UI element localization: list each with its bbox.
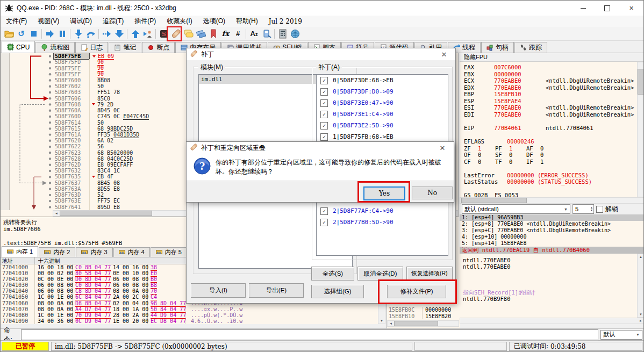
open-file-icon[interactable] [3, 27, 15, 40]
bookmarks-icon[interactable] [207, 27, 219, 40]
hide-fpu-toggle[interactable]: 隐藏FPU [460, 53, 644, 62]
dump-tab[interactable]: 内存 5 [151, 247, 187, 257]
patch-checkbox[interactable]: ✓ [320, 122, 328, 130]
select-all-button[interactable]: 全选(S) [311, 267, 354, 281]
run-icon[interactable] [44, 27, 56, 40]
info-vscrollbar[interactable]: ▲ ▼ [637, 254, 644, 318]
tab-breakpoint[interactable]: 断点 [142, 42, 175, 53]
scrollbar-thumb[interactable] [638, 69, 644, 95]
stack-hscrollbar[interactable]: ◄ [387, 320, 459, 327]
calculator-icon[interactable] [276, 27, 289, 40]
argument-row[interactable]: 3: [esp+C] 770EABE0 <ntdll.DbgUiRemoteBr… [460, 227, 644, 234]
registers-hscrollbar[interactable] [460, 197, 644, 204]
spinner-arrows-icon[interactable]: ▲▼ [590, 206, 593, 212]
dump-tab[interactable]: 内存 3 [76, 247, 112, 257]
no-button[interactable]: No [412, 186, 453, 199]
font-size-icon[interactable]: Az [248, 27, 260, 40]
patch-row[interactable]: ✓0|5D8F73E1:C4->90 [317, 109, 448, 120]
tab-cpu[interactable]: CPU [2, 41, 35, 53]
close-icon[interactable]: ✕ [434, 144, 450, 152]
patch-checkbox[interactable]: ✓ [320, 99, 328, 107]
menu-item-f[interactable]: 文件(F) [1, 16, 32, 27]
hash-icon[interactable]: # [232, 27, 244, 40]
pick-groups-button[interactable]: 选择组(G) [311, 285, 364, 298]
tab-log[interactable]: 日志 [75, 42, 108, 53]
patch-row[interactable]: ✓1|5D8F75FB:68->EB [317, 131, 448, 142]
menu-item-v[interactable]: 视图(V) [32, 16, 65, 27]
tab-handles[interactable]: 句柄 [481, 42, 514, 53]
menu-item-d[interactable]: 调试(D) [65, 16, 97, 27]
patch-row[interactable]: ✓2|5D8F77AF:C4->90 [317, 205, 448, 217]
dump-row[interactable]: 7704109034 00 36 000C D9 04 771E 00 20 0… [1, 318, 378, 324]
argument-row[interactable]: 2: [esp+8] 770EABE0 <ntdll.DbgUiRemoteBr… [460, 221, 644, 227]
deselect-all-button[interactable]: 取消全选(D) [357, 267, 403, 281]
patch-row[interactable]: ✓0|5D8F73DE:68->EB [317, 75, 448, 86]
argument-count-stepper[interactable]: 5 ▲▼ [573, 204, 594, 214]
yes-button[interactable]: Yes [363, 186, 405, 200]
argument-row[interactable]: 1: [esp+4] 96A59BB3 [460, 214, 644, 221]
restore-selection-button[interactable]: 恢复选择项(R) [406, 267, 453, 281]
minimize-button[interactable] [571, 1, 595, 16]
patch-checkbox[interactable]: ✓ [320, 111, 328, 118]
dump-tab[interactable]: 内存 2 [39, 247, 75, 257]
patch-row[interactable]: ✓0|5D8F73E2:5D->90 [317, 120, 448, 131]
trace-into-icon[interactable] [101, 27, 113, 40]
tab-notes[interactable]: 笔记 [109, 42, 141, 53]
dump-tab[interactable]: 内存 4 [113, 247, 150, 257]
labels-icon[interactable] [195, 27, 207, 40]
patch-checkbox[interactable]: ✓ [320, 219, 328, 226]
scrollbar-thumb[interactable] [394, 321, 438, 326]
comments-icon[interactable] [182, 27, 195, 40]
menu-item-p[interactable]: 插件(P) [129, 16, 161, 27]
menu-item-t[interactable]: 追踪(T) [97, 16, 129, 27]
menu-item-o[interactable]: 选项(O) [198, 16, 231, 27]
dump-tab[interactable]: 内存 1 [2, 246, 38, 257]
stop-icon[interactable] [27, 27, 40, 40]
command-input[interactable] [21, 329, 598, 340]
close-button[interactable]: × [619, 1, 643, 16]
patch-dialog-titlebar[interactable]: 补丁 ✕ [187, 48, 455, 60]
globe-icon[interactable] [289, 27, 301, 40]
step-over-icon[interactable] [84, 27, 97, 40]
patch-icon[interactable] [170, 27, 182, 40]
menu-item-i[interactable]: 收藏夹(I) [161, 16, 197, 27]
tab-graph[interactable]: 流程图 [35, 42, 75, 53]
trace-over-icon[interactable] [113, 27, 125, 40]
import-button[interactable]: 导入(I) [191, 283, 246, 298]
stack-row[interactable]: 15E8FB1015E8FB20 [387, 313, 459, 320]
run-to-user-code-icon[interactable] [141, 27, 154, 40]
fx-icon[interactable]: fx [219, 27, 232, 40]
restart-icon[interactable]: ↺ [15, 27, 27, 40]
close-icon[interactable]: ✕ [436, 51, 452, 59]
stack-row[interactable]: 15E8FB0C00000000 [387, 307, 459, 313]
export-button[interactable]: 导出(E) [249, 283, 304, 298]
dump-row[interactable]: 7704107008 00 0A 00A4 D7 04 7718 00 1A 0… [1, 306, 378, 312]
info-hscrollbar[interactable]: ► [460, 318, 644, 324]
dump-row[interactable]: 770410801C 00 1E 0070 D9 04 7728 00 2A 0… [1, 312, 378, 318]
patch-file-button[interactable]: 修补文件(P) [387, 285, 446, 298]
pause-icon[interactable] [56, 27, 68, 40]
patch-checkbox[interactable]: ✓ [320, 77, 328, 84]
scrollbar-thumb[interactable] [461, 198, 527, 203]
patch-checkbox[interactable]: ✓ [320, 133, 328, 141]
scylla-icon[interactable]: S [158, 27, 170, 40]
patch-row[interactable]: ✓2|5D8F77B0:5D->90 [317, 217, 448, 228]
step-into-icon[interactable] [72, 27, 84, 40]
scrollbar-thumb[interactable] [60, 211, 152, 216]
modules-icon[interactable] [260, 27, 273, 40]
patch-checkbox[interactable]: ✓ [320, 88, 328, 96]
unlock-checkbox[interactable] [596, 206, 603, 213]
maximize-button[interactable] [595, 1, 619, 16]
menu-item-h[interactable]: 帮助(H) [231, 16, 263, 27]
argument-row[interactable]: 4: [esp+10] 00000000 [460, 234, 644, 240]
argument-row[interactable]: 5: [esp+14] 15E8FAE8 [460, 240, 644, 247]
patch-row[interactable]: ✓0|5D8F73E0:47->90 [317, 97, 448, 109]
patch-checkbox[interactable]: ✓ [320, 207, 328, 215]
tab-trace[interactable]: 跟踪 [514, 42, 547, 53]
convention-select[interactable]: 默认 (stdcall) ▼ [462, 204, 570, 214]
patch-row[interactable]: ✓0|5D8F73DF:D0->09 [317, 86, 448, 97]
command-profile-select[interactable]: 默认 ▼ [600, 330, 642, 340]
confirm-dialog-titlebar[interactable]: 补丁和重定向区域重叠 ✕ [187, 142, 454, 154]
registers-vscrollbar[interactable] [637, 62, 644, 197]
execute-till-return-icon[interactable] [129, 27, 141, 40]
